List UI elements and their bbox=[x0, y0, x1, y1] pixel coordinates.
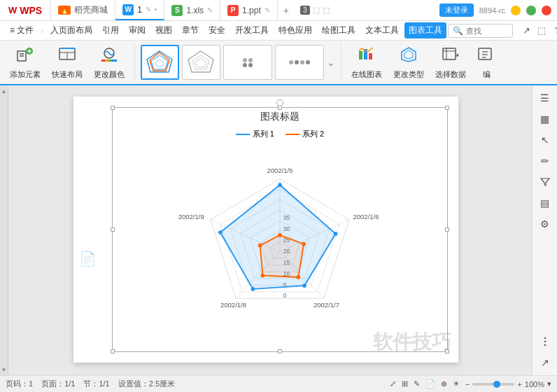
svg-marker-22 bbox=[195, 58, 206, 67]
menu-devtools[interactable]: 开发工具 bbox=[231, 22, 273, 38]
edit-button[interactable]: 编 bbox=[473, 43, 500, 83]
canvas-area[interactable]: ▲ ▼ 📄 图表标题 bbox=[0, 85, 532, 375]
chart-toolbar: 添加元素 快速布局 更改颜色 bbox=[0, 41, 557, 85]
chart-preview-1[interactable] bbox=[141, 45, 179, 80]
tab-p-icon: P bbox=[227, 5, 239, 16]
add-element-button[interactable]: 添加元素 bbox=[6, 43, 45, 83]
zoom-thumb[interactable] bbox=[493, 381, 500, 388]
right-panel: ☰ ▦ ↖ ✏ ▤ ⚙ ↗ bbox=[532, 85, 557, 375]
select-data-button[interactable]: 选择数据 bbox=[431, 43, 470, 83]
handle-bm[interactable] bbox=[278, 349, 282, 354]
legend-series1-line bbox=[236, 134, 250, 135]
right-btn-layout[interactable]: ☰ bbox=[535, 88, 555, 108]
preview-scroll-arrow[interactable]: ⌄ bbox=[327, 57, 335, 68]
scroll-down[interactable]: ▼ bbox=[0, 364, 8, 375]
menu-chapter[interactable]: 章节 bbox=[178, 22, 203, 38]
online-chart-button[interactable]: 在线图表 bbox=[347, 43, 386, 83]
chart-preview-4[interactable] bbox=[275, 45, 324, 80]
menu-review[interactable]: 审阅 bbox=[125, 22, 150, 38]
rotate-handle[interactable] bbox=[276, 99, 283, 106]
right-btn-filter[interactable] bbox=[535, 172, 555, 192]
menu-bar: ≡ 文件 › 入页面布局 引用 审阅 视图 章节 安全 开发工具 特色应用 绘图… bbox=[0, 21, 557, 41]
svg-point-73 bbox=[544, 341, 545, 342]
chart-area: 图表标题 系列 1 系列 2 bbox=[115, 111, 444, 349]
wps-logo[interactable]: W WPS bbox=[0, 0, 51, 20]
chart-preview-3[interactable] bbox=[223, 45, 272, 80]
menu-features[interactable]: 特色应用 bbox=[274, 22, 316, 38]
svg-point-63 bbox=[334, 232, 338, 236]
menu-pagelayout[interactable]: 入页面布局 bbox=[46, 22, 97, 38]
svg-rect-25 bbox=[369, 53, 372, 59]
zoom-dropdown-icon[interactable]: ▾ bbox=[547, 379, 551, 388]
zoom-slider[interactable] bbox=[472, 383, 514, 386]
scroll-up[interactable]: ▲ bbox=[0, 85, 8, 97]
svg-point-71 bbox=[258, 244, 262, 248]
status-icon-globe[interactable]: ⊕ bbox=[441, 379, 447, 388]
close-button[interactable] bbox=[542, 6, 551, 15]
tab-daokeshangcheng[interactable]: 🔥 稻壳商城 bbox=[51, 0, 115, 20]
handle-tr[interactable] bbox=[445, 106, 449, 110]
minimize-button[interactable] bbox=[511, 6, 521, 15]
right-btn-chart[interactable]: ▦ bbox=[535, 109, 555, 129]
handle-tm[interactable] bbox=[278, 106, 282, 110]
online-chart-label: 在线图表 bbox=[351, 69, 382, 80]
layout-icon[interactable]: ⬚ bbox=[535, 24, 548, 37]
status-icon-resize[interactable]: ⤢ bbox=[390, 379, 396, 388]
menu-reference[interactable]: 引用 bbox=[98, 22, 123, 38]
quick-layout-button[interactable]: 快速布局 bbox=[48, 43, 87, 83]
export-icon[interactable]: ↗ bbox=[520, 24, 533, 37]
handle-bl[interactable] bbox=[111, 349, 115, 354]
right-btn-settings[interactable]: ⚙ bbox=[535, 214, 555, 234]
menu-drawing[interactable]: 绘图工具 bbox=[318, 22, 360, 38]
menu-text[interactable]: 文本工具 bbox=[361, 22, 403, 38]
right-btn-pen[interactable]: ✏ bbox=[535, 151, 555, 171]
quick-layout-label: 快速布局 bbox=[52, 69, 83, 80]
chart-preview-2[interactable] bbox=[182, 45, 220, 80]
maximize-button[interactable] bbox=[526, 6, 536, 15]
svg-text:2002/1/8: 2002/1/8 bbox=[220, 301, 246, 309]
change-type-button[interactable]: 更改类型 bbox=[389, 43, 428, 83]
add-element-label: 添加元素 bbox=[10, 69, 41, 80]
tab-ppt[interactable]: P 1.ppt ✎ bbox=[220, 0, 278, 20]
edit-label: 编 bbox=[483, 69, 491, 80]
handle-br[interactable] bbox=[445, 349, 449, 354]
svg-point-70 bbox=[261, 274, 265, 278]
right-btn-table[interactable]: ▤ bbox=[535, 193, 555, 213]
zoom-in[interactable]: + bbox=[517, 380, 521, 388]
tab-xls[interactable]: S 1.xls ✎ bbox=[164, 0, 220, 20]
right-btn-share[interactable]: ↗ bbox=[535, 353, 555, 372]
zoom-out[interactable]: − bbox=[465, 380, 470, 388]
menu-chart[interactable]: 图表工具 bbox=[404, 22, 446, 38]
status-icon-edit[interactable]: ✎ bbox=[414, 379, 420, 388]
change-type-label: 更改类型 bbox=[393, 69, 424, 80]
chart-type-previews: ⌄ bbox=[141, 45, 335, 80]
right-btn-more[interactable] bbox=[535, 332, 555, 351]
status-icon-doc[interactable]: 📄 bbox=[425, 379, 435, 388]
right-btn-cursor[interactable]: ↖ bbox=[535, 130, 555, 150]
new-tab-button[interactable]: + bbox=[278, 5, 295, 16]
svg-rect-28 bbox=[443, 48, 456, 59]
handle-mr[interactable] bbox=[445, 227, 449, 232]
search-box[interactable]: 🔍 bbox=[448, 24, 513, 38]
menu-security[interactable]: 安全 bbox=[204, 22, 230, 38]
tab-document1[interactable]: W 1 ✎ • bbox=[115, 0, 164, 20]
status-icon-sun[interactable]: ☀ bbox=[453, 379, 460, 388]
menu-view[interactable]: 视图 bbox=[151, 22, 176, 38]
handle-ml[interactable] bbox=[111, 227, 115, 232]
status-icon-grid[interactable]: ⊞ bbox=[402, 379, 408, 388]
zoom-controls: − + 100% ▾ bbox=[465, 379, 551, 388]
change-color-button[interactable]: 更改颜色 bbox=[90, 43, 129, 83]
scroll-bar-left[interactable]: ▲ ▼ bbox=[0, 85, 8, 375]
menu-file[interactable]: ≡ 文件 bbox=[6, 22, 38, 38]
help-icon[interactable]: ? bbox=[551, 24, 557, 37]
zoom-level[interactable]: 100% bbox=[525, 380, 544, 388]
login-button[interactable]: 未登录 bbox=[439, 4, 474, 17]
online-chart-icon bbox=[358, 46, 376, 68]
section-info: 节：1/1 bbox=[83, 379, 109, 389]
edit-icon bbox=[477, 46, 495, 68]
svg-point-74 bbox=[544, 344, 545, 346]
svg-marker-27 bbox=[404, 50, 413, 59]
handle-tl[interactable] bbox=[111, 106, 115, 110]
tab-s-icon: S bbox=[171, 5, 183, 16]
search-input[interactable] bbox=[466, 27, 508, 35]
